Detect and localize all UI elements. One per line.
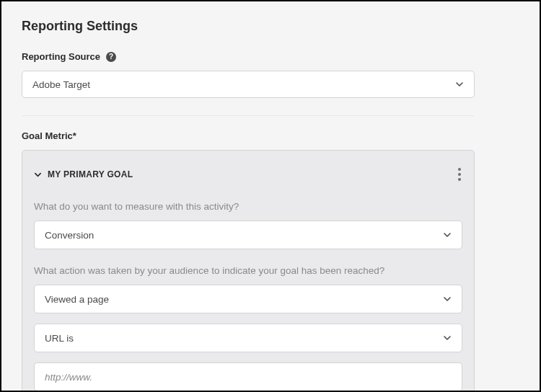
measure-select[interactable]: Conversion — [34, 220, 462, 249]
chevron-down-icon — [455, 80, 464, 89]
goal-metric-label: Goal Metric* — [22, 130, 519, 141]
goal-panel-toggle[interactable]: MY PRIMARY GOAL — [34, 169, 133, 179]
goal-metric-panel: MY PRIMARY GOAL What do you want to meas… — [22, 150, 475, 392]
goal-panel-header: MY PRIMARY GOAL — [34, 165, 462, 184]
chevron-down-icon — [443, 231, 452, 239]
goal-metric-label-text: Goal Metric* — [22, 130, 76, 141]
help-icon[interactable]: ? — [106, 52, 116, 62]
divider — [22, 115, 475, 116]
action-select[interactable]: Viewed a page — [34, 285, 462, 313]
reporting-source-value: Adobe Target — [32, 79, 90, 90]
measure-question: What do you want to measure with this ac… — [34, 201, 462, 212]
page-title: Reporting Settings — [22, 19, 519, 34]
reporting-source-select[interactable]: Adobe Target — [22, 71, 475, 98]
reporting-source-label: Reporting Source ? — [22, 51, 519, 62]
chevron-down-icon — [443, 295, 452, 303]
kebab-menu-icon[interactable] — [457, 165, 462, 184]
chevron-down-icon — [443, 334, 452, 342]
url-input[interactable] — [34, 362, 462, 391]
url-condition-select[interactable]: URL is — [34, 324, 462, 352]
action-question: What action was taken by your audience t… — [34, 265, 462, 276]
measure-value: Conversion — [45, 230, 94, 241]
chevron-down-icon — [34, 171, 42, 179]
action-value: Viewed a page — [45, 294, 109, 305]
url-condition-value: URL is — [45, 333, 74, 344]
goal-panel-title: MY PRIMARY GOAL — [48, 169, 133, 179]
reporting-source-label-text: Reporting Source — [22, 51, 100, 62]
